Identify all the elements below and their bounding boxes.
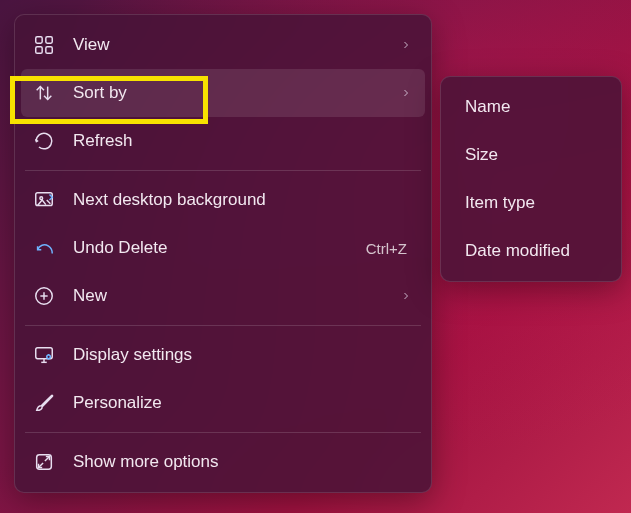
menu-item-label: Item type (465, 193, 603, 213)
menu-item-next-desktop-background[interactable]: Next desktop background (21, 176, 425, 224)
svg-rect-3 (46, 47, 52, 53)
menu-item-size[interactable]: Size (447, 131, 615, 179)
menu-item-date-modified[interactable]: Date modified (447, 227, 615, 275)
menu-separator (25, 325, 421, 326)
menu-item-label: Undo Delete (73, 238, 366, 258)
image-next-icon (33, 189, 55, 211)
menu-item-undo-delete[interactable]: Undo DeleteCtrl+Z (21, 224, 425, 272)
menu-item-label: Refresh (73, 131, 413, 151)
menu-item-item-type[interactable]: Item type (447, 179, 615, 227)
menu-item-label: Next desktop background (73, 190, 413, 210)
menu-item-label: Sort by (73, 83, 391, 103)
menu-item-view[interactable]: View (21, 21, 425, 69)
sort-by-submenu: NameSizeItem typeDate modified (440, 76, 622, 282)
menu-item-refresh[interactable]: Refresh (21, 117, 425, 165)
menu-item-label: Name (465, 97, 603, 117)
chevron-right-icon (399, 290, 413, 302)
menu-item-label: Display settings (73, 345, 413, 365)
menu-item-label: Size (465, 145, 603, 165)
menu-item-shortcut: Ctrl+Z (366, 240, 407, 257)
expand-icon (33, 451, 55, 473)
menu-separator (25, 170, 421, 171)
plus-circle-icon (33, 285, 55, 307)
svg-point-12 (47, 355, 51, 359)
brush-icon (33, 392, 55, 414)
menu-item-label: Show more options (73, 452, 413, 472)
grid-icon (33, 34, 55, 56)
menu-item-personalize[interactable]: Personalize (21, 379, 425, 427)
chevron-right-icon (399, 87, 413, 99)
menu-item-show-more-options[interactable]: Show more options (21, 438, 425, 486)
menu-item-name[interactable]: Name (447, 83, 615, 131)
menu-item-label: New (73, 286, 391, 306)
menu-item-new[interactable]: New (21, 272, 425, 320)
menu-separator (25, 432, 421, 433)
undo-icon (33, 237, 55, 259)
menu-item-label: Date modified (465, 241, 603, 261)
refresh-icon (33, 130, 55, 152)
svg-rect-1 (46, 37, 52, 43)
desktop-context-menu: ViewSort byRefreshNext desktop backgroun… (14, 14, 432, 493)
menu-item-label: Personalize (73, 393, 413, 413)
chevron-right-icon (399, 39, 413, 51)
svg-rect-0 (36, 37, 42, 43)
menu-item-label: View (73, 35, 391, 55)
menu-item-display-settings[interactable]: Display settings (21, 331, 425, 379)
menu-item-sort-by[interactable]: Sort by (21, 69, 425, 117)
svg-rect-2 (36, 47, 42, 53)
display-gear-icon (33, 344, 55, 366)
sort-icon (33, 82, 55, 104)
